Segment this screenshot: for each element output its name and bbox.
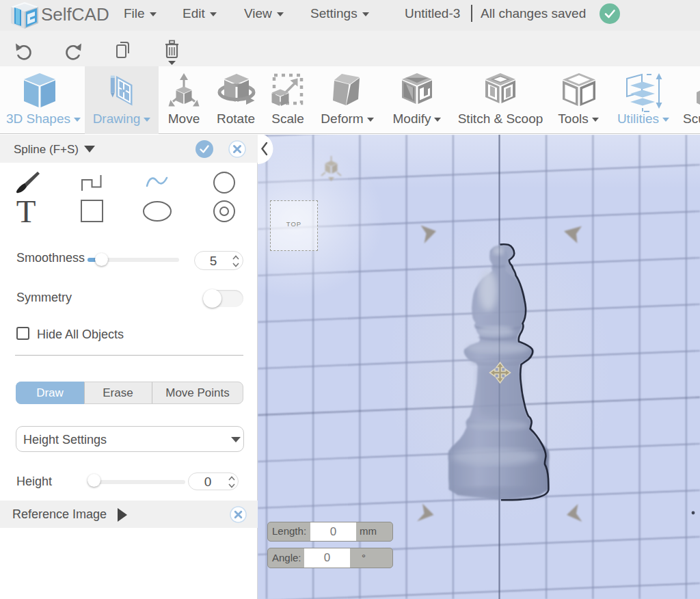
svg-text:T: T: [16, 194, 36, 229]
